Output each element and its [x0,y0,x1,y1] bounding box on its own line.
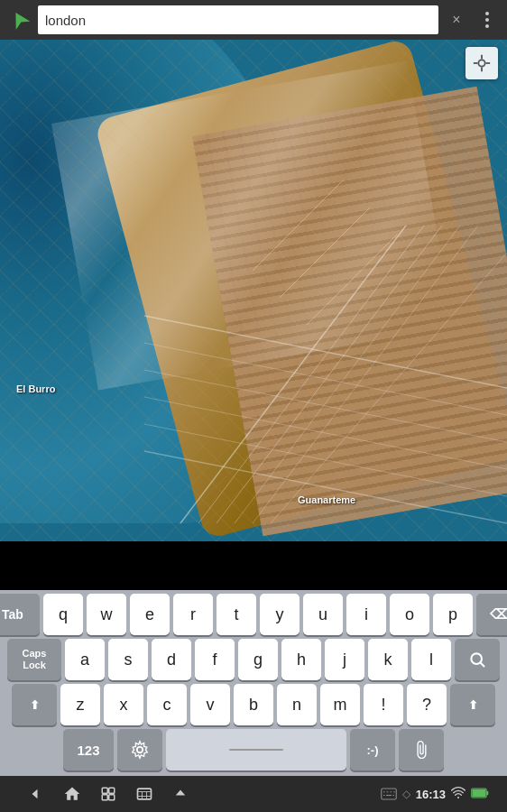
svg-rect-48 [472,789,485,797]
caps-lock-key[interactable]: CapsLock [7,639,61,680]
key-f[interactable]: f [195,639,235,680]
svg-point-19 [478,60,484,66]
key-h[interactable]: h [281,639,321,680]
settings-key[interactable] [117,729,162,770]
svg-point-26 [137,747,143,752]
keyboard: Tab q w e r t y u i o p ⌫ CapsLock a s d… [0,590,507,776]
keyboard-status-icon [381,788,397,800]
key-i[interactable]: i [346,594,386,635]
clear-button[interactable]: × [442,5,471,34]
emoji-key[interactable]: :-) [350,729,395,770]
key-j[interactable]: j [325,639,364,680]
wifi-icon [451,786,466,802]
back-button[interactable] [18,778,54,810]
gps-button[interactable] [466,47,498,79]
backspace-key[interactable]: ⌫ [476,594,507,635]
space-key[interactable] [166,729,346,770]
svg-rect-32 [138,789,152,799]
key-x[interactable]: x [104,684,143,725]
keyboard-row-3: ⬆ z x c v b n m ! ? ⬆ [0,684,507,725]
key-q[interactable]: q [43,594,83,635]
map-view[interactable]: El Burro Guanarteme [0,0,507,541]
shift-right-key[interactable]: ⬆ [450,684,495,725]
keyboard-row-2: CapsLock a s d f g h j k l [0,639,507,680]
key-k[interactable]: k [368,639,408,680]
svg-line-25 [481,663,484,667]
key-m[interactable]: m [320,684,360,725]
key-o[interactable]: o [390,594,429,635]
search-input[interactable] [38,5,438,34]
key-g[interactable]: g [238,639,278,680]
navigation-icon [7,7,32,32]
svg-rect-31 [109,795,115,800]
tab-key[interactable]: Tab [0,594,40,635]
svg-rect-49 [486,790,488,794]
up-button[interactable] [162,778,198,810]
key-v[interactable]: v [190,684,230,725]
svg-point-17 [485,18,489,22]
numbers-key[interactable]: 123 [63,729,114,770]
signal-indicator: ◇ [402,788,410,800]
more-options-button[interactable] [475,0,500,40]
key-l[interactable]: l [411,639,451,680]
key-u[interactable]: u [303,594,343,635]
bottom-bar: ◇ 16:13 [0,776,507,812]
svg-point-16 [485,12,489,15]
time-display: 16:13 [416,788,446,801]
key-s[interactable]: s [108,639,148,680]
key-z[interactable]: z [60,684,100,725]
screenshot-button[interactable] [126,778,162,810]
key-r[interactable]: r [173,594,213,635]
key-d[interactable]: d [152,639,191,680]
shift-left-key[interactable]: ⬆ [12,684,57,725]
key-n[interactable]: n [277,684,317,725]
battery-icon [471,787,489,802]
key-w[interactable]: w [87,594,126,635]
key-b[interactable]: b [234,684,273,725]
key-t[interactable]: t [217,594,256,635]
recents-button[interactable] [90,778,126,810]
key-c[interactable]: c [147,684,187,725]
key-exclamation[interactable]: ! [364,684,403,725]
svg-marker-15 [10,10,30,30]
key-e[interactable]: e [130,594,170,635]
svg-point-18 [485,24,489,28]
svg-rect-38 [382,789,397,799]
search-bar: × [0,0,507,40]
attach-key[interactable] [399,729,444,770]
svg-rect-30 [102,795,107,800]
svg-point-46 [457,797,459,798]
keyboard-row-1: Tab q w e r t y u i o p ⌫ [0,594,507,635]
keyboard-row-4: 123 :-) [0,729,507,770]
map-grid [0,0,507,541]
svg-rect-29 [109,788,115,793]
svg-marker-27 [32,789,38,799]
svg-rect-28 [102,788,107,793]
home-button[interactable] [54,778,90,810]
key-question[interactable]: ? [407,684,447,725]
svg-marker-37 [176,790,186,796]
key-y[interactable]: y [260,594,300,635]
key-p[interactable]: p [433,594,473,635]
search-enter-key[interactable] [455,639,500,680]
key-a[interactable]: a [65,639,105,680]
